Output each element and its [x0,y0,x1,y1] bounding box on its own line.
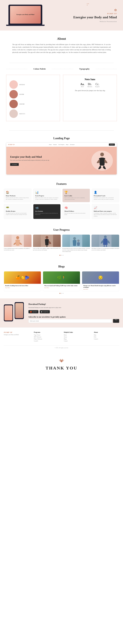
live-sessions-desc: These sessions allow all users to start … [35,212,59,216]
feature-card-healthy-recipes: 🥗 Healthy Recipes The app provides you w… [4,204,31,219]
blogs-title: Blogs [4,265,119,268]
footer-logo: PUMP UP [4,332,29,333]
hero-banner-sub: Now track your fitness and mental health… [10,160,91,161]
progress-dots [4,255,119,256]
font-bold: Aa. Bold [80,82,84,88]
build-share-icon: 📈 [94,206,117,210]
footer-link-blogs[interactable]: Blogs [64,338,89,340]
progress-card-3: The app helped me get on track on my fit… [62,234,90,252]
footer-link-pilates[interactable]: Pilates Workouts [34,338,59,340]
progress-quote-3: The app helped me get on track on my fit… [62,248,90,252]
blog-read-more-1[interactable]: Read More [5,287,40,288]
swatch-row-4: #E2CCC5 [9,110,57,118]
google-play-label: Google Play [43,311,48,312]
nav-features[interactable]: Features [53,144,57,145]
svg-point-2 [16,236,19,239]
dot-1 [59,255,60,256]
hero-title: Energise your Body and Mind [49,15,117,20]
hero-logo: PUMP UP [49,13,117,14]
mental-wellness-icon: 🧠 [64,206,88,210]
personalised-coach-desc: Experience your workouts with a personal… [94,197,117,200]
svg-point-7 [77,240,80,242]
svg-point-9 [104,236,107,238]
progress-person-1 [11,234,24,247]
nav-user-progress[interactable]: User Progress [58,144,64,145]
feature-card-home-workouts: 🏠 Home Workouts Browse and start your fi… [4,189,31,202]
footer-link-home[interactable]: Home [64,334,89,336]
decor-star: ✦ ✦✦ [87,3,89,6]
blog-title-1: Benefits of adding fruits in the form of… [5,285,40,286]
footer-link-contacts[interactable]: Contacts [94,338,119,340]
progress-quote-2: I feel a lot fitter and confident. Happy… [33,248,61,251]
footer-link-help[interactable]: Help [94,334,119,336]
home-workouts-title: Home Workouts [6,195,29,196]
newsletter-btn[interactable]: Next [113,319,119,323]
progress-card-4: I do things in 60 days. It is an great a… [92,234,119,252]
feature-card-track-progress: 📊 Track Progress Make it your daily rout… [33,189,61,202]
nav-register[interactable]: Register [109,144,115,146]
features-section: Features 🏠 Home Workouts Browse and star… [0,178,123,224]
footer-link-yoga[interactable]: Yoga Classes [34,334,59,336]
progress-img-3 [62,234,90,247]
mental-wellness-title: Mental Wellness [64,210,88,212]
footer-tagline: Energise your Body and Mind [4,334,29,336]
get-started-btn[interactable]: Get Started [10,163,19,166]
app-store-btn[interactable]: 🍎 App Store [28,310,38,313]
newsletter-input[interactable] [28,319,112,323]
nav-download[interactable]: Download [70,144,74,145]
hero-section: Energise your Body and Mind ✿ PUMP UP En… [0,0,123,30]
live-sessions-icon: 📹 [35,206,59,210]
blog-read-more-3[interactable]: Read More [83,289,118,290]
progress-card-1: I was an amazing journey and I'm gratefu… [4,234,31,252]
footer-link-contact[interactable]: Contact [64,340,89,342]
download-title: Download Pushup! [28,303,119,306]
healthy-recipes-desc: The app provides you with the very best … [6,212,29,216]
font-medium: Bb. Medium [88,82,92,88]
laptop-text: Energise your Body and Mind [16,14,34,16]
swatch-row-1: #F5C8C0 [9,80,57,89]
phone-screen-2 [15,303,23,318]
footer-link-hiit[interactable]: HIIT Workouts [34,336,59,338]
home-workouts-icon: 🏠 [6,191,29,194]
lotus-icon: ✿ [49,8,117,12]
footer-link-crossfit[interactable]: CrossFit [34,340,59,342]
newsletter-title: Subscribe to our newsletter & get daily … [28,316,119,318]
home-workouts-desc: Browse and start your fitness workouts u… [6,197,29,200]
live-sessions-title: Live Sessions [35,210,59,212]
nav-blogs[interactable]: Blogs [66,144,68,145]
progress-person-3 [70,234,82,247]
nav-home[interactable]: Home [49,144,52,145]
swatch-3 [9,100,18,108]
progress-img-1 [4,234,31,247]
blog-content-3: Manage your Mental Health through crying… [82,284,119,291]
font-sample: The quick brown fox jumps over the lazy … [66,89,114,92]
user-progress-section: User Progress I was an amazing journey a… [0,224,123,260]
phone-mockups [4,304,24,322]
swatch-row-2: #S1D9E [9,90,57,98]
footer-col-helpful: Helpful Links Home About Blogs Contact [64,332,89,342]
footer-link-about[interactable]: About [64,336,89,338]
footer-top: PUMP UP Energise your Body and Mind Prog… [4,332,119,342]
swatch-label-2: #S1D9E [19,94,24,95]
google-play-btn[interactable]: ▶ Google Play [40,310,50,313]
blog-dot-1 [59,293,60,294]
track-progress-desc: Make it your daily routine and compare y… [35,197,59,200]
user-progress-title: User Progress [4,228,119,232]
blogs-section: Blogs 🍊🍋🫐 Benefits of adding fruits in t… [0,260,123,298]
blog-content-2: Why one should add Walking 10,000 steps … [43,284,80,290]
mental-wellness-desc: Discover tools app for all users that tr… [64,212,88,216]
nav-brand: PUMP UP [8,144,15,145]
font-regular-sample: Cc. [95,82,100,86]
store-buttons: 🍎 App Store ▶ Google Play [28,310,119,313]
feature-card-personalised-coach: 👤 Personalised Coach Experience your wor… [92,189,119,202]
blog-read-more-2[interactable]: Read More [44,287,79,288]
download-subtitle: Download Pushup on your favourite app st… [28,307,119,308]
feature-card-mental-wellness: 🧠 Mental Wellness Discover tools app for… [62,204,90,219]
blog-dot-2 [61,293,62,294]
font-weights: Aa. Bold Bb. Medium Cc. Regular [66,82,114,88]
hero-banner: Energise your Body and Mind Now track yo… [6,147,117,174]
footer-link-faq[interactable]: FAQ [94,336,119,338]
progress-card-2: I feel a lot fitter and confident. Happy… [33,234,61,252]
progress-quote-1: I was an amazing journey and I'm gratefu… [4,248,31,251]
hero-banner-title: Energise your Body and Mind [10,155,91,158]
